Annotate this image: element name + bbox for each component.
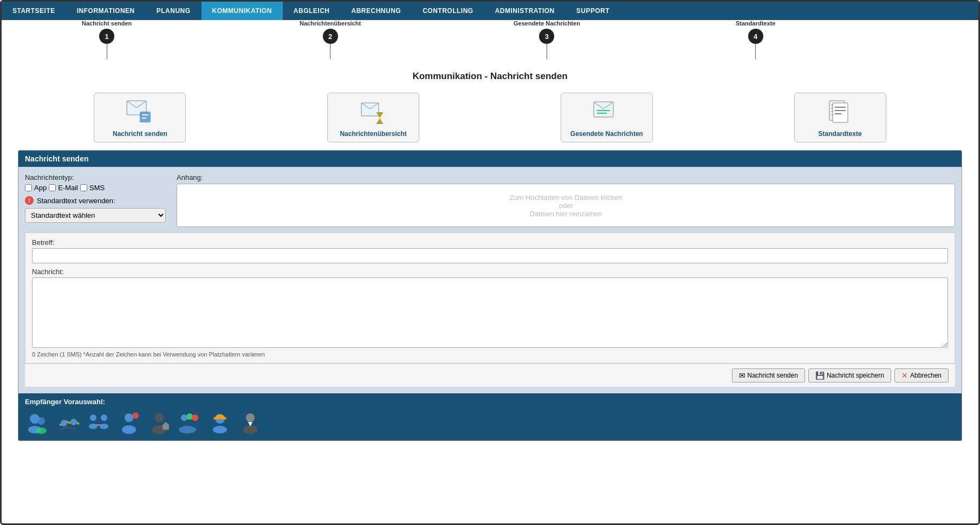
tooltip-number-2: 2 [323,29,338,44]
page-title: Kommunikation - Nachricht senden [2,63,978,87]
empfaenger-icon-8[interactable] [237,410,263,436]
nav-administration[interactable]: ADMINISTRATION [484,2,566,20]
nav-planung[interactable]: PLANUNG [146,2,202,20]
quick-icon-gesendete-nachrichten[interactable]: Gesendete Nachrichten [561,93,653,142]
form-header: Nachricht senden [18,151,962,167]
svg-point-34 [101,414,107,421]
checkbox-email-label: E-Mail [58,184,78,192]
svg-rect-44 [164,423,167,425]
standardtexte-icon [825,99,855,127]
btn-nachricht-speichern[interactable]: 💾 Nachricht speichern [808,368,891,383]
svg-point-48 [179,426,196,433]
quick-icon-label-sent: Gesendete Nachrichten [570,130,643,138]
empfaenger-section: Empfänger Vorauswahl: [18,393,962,440]
tooltip-line-2 [330,44,330,59]
main-nav: STARTSEITE INFORMATIONEN PLANUNG KOMMUNI… [2,2,978,20]
svg-point-30 [36,427,47,434]
quick-icon-label-templates: Standardtexte [819,130,862,138]
empfaenger-icon-6[interactable] [177,410,203,436]
svg-rect-37 [94,424,103,426]
quick-icon-standardtexte[interactable]: Standardtexte [794,93,886,142]
nav-informationen[interactable]: INFORMATIONEN [66,2,146,20]
tooltip-number-4: 4 [748,29,763,44]
standardtext-info-icon: ! [25,196,34,205]
tooltips-row: Nachricht senden 1 Nachrichtenübersicht … [2,20,978,63]
betreff-label: Betreff: [32,238,948,247]
svg-point-28 [37,417,45,425]
svg-point-32 [70,419,77,425]
svg-point-41 [155,413,164,422]
tooltip-standardtexte: Standardtexte 4 [736,20,775,59]
quick-icon-label-overview: Nachrichtenübersicht [340,130,406,138]
send-btn-icon: ✉ [739,371,745,380]
tooltip-number-1: 1 [99,29,114,44]
tooltip-label-1: Nachricht senden [82,20,132,27]
svg-rect-23 [833,103,848,122]
empfaenger-icon-5[interactable] [146,410,172,436]
form-right-col: Anhang: Zum Hochladen von Dateien klicke… [177,173,955,227]
btn-nachricht-senden[interactable]: ✉ Nachricht senden [732,368,805,383]
tooltip-gesendete-nachrichten: Gesendete Nachrichten 3 [514,20,580,59]
send-btn-label: Nachricht senden [748,372,798,379]
tooltip-label-2: Nachrichtenübersicht [300,20,361,27]
action-row: ✉ Nachricht senden 💾 Nachricht speichern… [25,364,955,387]
empfaenger-icon-2[interactable] [55,410,81,436]
betreff-input[interactable] [32,248,948,263]
anhang-label: Anhang: [177,173,955,182]
tooltip-label-4: Standardtexte [736,20,775,27]
checkbox-app-label: App [34,184,47,192]
tooltip-line-3 [547,44,547,59]
tooltip-line-1 [107,44,107,59]
nav-startseite[interactable]: STARTSEITE [2,2,66,20]
standardtext-select[interactable]: Standardtext wählen [25,208,166,223]
tooltip-number-3: 3 [539,29,554,44]
tooltip-nachrichtenuebersicht: Nachrichtenübersicht 2 [300,20,361,59]
tooltip-nachricht-senden: Nachricht senden 1 [82,20,132,59]
quick-icon-nachricht-senden[interactable]: Nachricht senden [94,93,186,142]
nav-abrechnung[interactable]: ABRECHNUNG [341,2,412,20]
nachrichtenuebersicht-icon [358,99,388,127]
svg-point-39 [122,425,136,434]
gesendete-nachrichten-icon [592,99,622,127]
save-btn-label: Nachricht speichern [827,372,884,379]
nachricht-textarea[interactable] [32,277,948,348]
empfaenger-icons-row [25,410,955,436]
checkbox-sms-label: SMS [89,184,105,192]
standardtext-label: Standardtext verwenden: [37,197,115,205]
nav-controlling[interactable]: CONTROLLING [412,2,484,20]
btn-abbrechen[interactable]: ✕ Abbrechen [894,368,949,383]
upload-text-line3: Dateien hier reinziehen [530,210,602,218]
quick-access-row: Nachricht senden Nachrichtenübersicht [2,87,978,150]
tooltip-label-3: Gesendete Nachrichten [514,20,580,27]
empfaenger-icon-4[interactable] [116,410,142,436]
svg-point-40 [132,412,139,419]
svg-point-45 [181,414,187,421]
checkbox-sms[interactable] [80,184,87,191]
checkbox-email[interactable] [49,184,56,191]
save-btn-icon: 💾 [815,371,825,380]
svg-rect-3 [140,112,151,122]
svg-point-51 [213,426,227,433]
upload-text-line1: Zum Hochladen von Dateien klicken [509,193,622,202]
nachricht-label: Nachricht: [32,268,948,276]
nav-kommunikation[interactable]: KOMMUNIKATION [202,2,283,20]
svg-rect-50 [213,417,226,419]
empfaenger-icon-3[interactable] [86,410,112,436]
checkbox-app[interactable] [25,184,32,191]
cancel-btn-label: Abbrechen [910,372,942,379]
empfaenger-icon-1[interactable] [25,410,51,436]
nav-support[interactable]: SUPPORT [566,2,621,20]
upload-dropzone[interactable]: Zum Hochladen von Dateien klicken oder D… [177,184,955,227]
svg-point-31 [61,420,67,426]
empfaenger-title: Empfänger Vorauswahl: [25,398,955,406]
svg-marker-10 [377,118,383,124]
tooltip-line-4 [755,44,756,59]
quick-icon-nachrichtenuebersicht[interactable]: Nachrichtenübersicht [327,93,419,142]
nachrichtentyp-label: Nachrichtentyp: [25,173,166,182]
checkbox-row: App E-Mail SMS [25,184,166,192]
svg-point-52 [246,413,255,422]
quick-icon-label-send: Nachricht senden [113,130,167,138]
nav-abgleich[interactable]: ABGLEICH [283,2,341,20]
svg-point-46 [186,413,193,420]
empfaenger-icon-7[interactable] [207,410,233,436]
